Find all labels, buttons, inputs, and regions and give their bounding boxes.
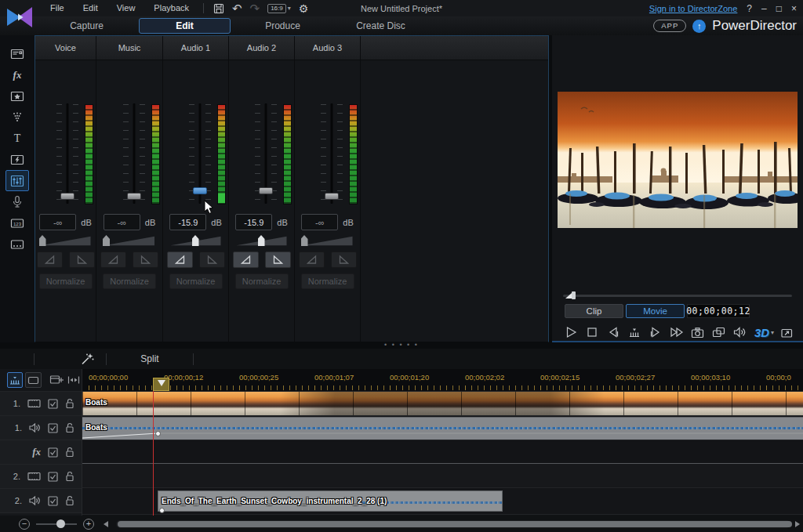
- audio2-fade-in-button[interactable]: [233, 252, 259, 268]
- music-gain-handle[interactable]: [103, 235, 110, 246]
- menu-playback[interactable]: Playback: [144, 0, 198, 16]
- timeline-scrollbar[interactable]: [116, 520, 790, 528]
- track-lock-icon[interactable]: [65, 447, 74, 458]
- track-lock-icon[interactable]: [65, 471, 74, 482]
- audio-track-1[interactable]: Boats: [82, 416, 803, 440]
- previous-frame-button[interactable]: [605, 324, 622, 341]
- audio3-db-value[interactable]: -∞: [301, 214, 338, 230]
- redo-icon[interactable]: ↷: [250, 2, 260, 16]
- audio2-gain-slider[interactable]: [237, 235, 287, 247]
- undock-preview-button[interactable]: [710, 324, 727, 341]
- undo-icon[interactable]: ↶: [232, 2, 242, 16]
- sidebar-item-audio-mixing-room[interactable]: [5, 170, 29, 191]
- music-volume-slider[interactable]: [122, 102, 146, 205]
- signin-directorzone-link[interactable]: Sign in to DirectorZone: [649, 4, 738, 13]
- seek-track[interactable]: [563, 295, 792, 297]
- minimize-button[interactable]: –: [761, 4, 767, 13]
- settings-gear-icon[interactable]: ⚙: [299, 2, 309, 16]
- upgrade-arrow-icon[interactable]: ↑: [692, 20, 706, 33]
- audio-clip-boats[interactable]: [82, 417, 803, 440]
- app-badge[interactable]: APP: [653, 20, 686, 31]
- sidebar-item-title-room[interactable]: T: [5, 128, 29, 149]
- zoom-out-button[interactable]: −: [19, 519, 30, 530]
- audio1-volume-slider[interactable]: [188, 102, 212, 205]
- music-fade-in-button[interactable]: [100, 252, 126, 268]
- voice-db-value[interactable]: -∞: [39, 214, 76, 230]
- step-seek-button[interactable]: [627, 324, 643, 341]
- timeline-view-button[interactable]: [7, 372, 23, 388]
- sidebar-item-media-room[interactable]: [5, 43, 29, 64]
- tab-edit[interactable]: Edit: [136, 16, 234, 35]
- save-icon[interactable]: [213, 2, 224, 16]
- scroll-right-arrow[interactable]: [795, 521, 800, 527]
- audio2-gain-handle[interactable]: [258, 235, 265, 246]
- music-volume-handle[interactable]: [127, 193, 141, 200]
- snapshot-button[interactable]: [689, 324, 706, 341]
- track-header-audio1[interactable]: 1.: [0, 416, 82, 440]
- audio2-fade-out-button[interactable]: [265, 252, 291, 268]
- resize-preview-button[interactable]: [779, 324, 795, 341]
- next-frame-button[interactable]: [648, 324, 664, 341]
- menu-view[interactable]: View: [107, 0, 145, 16]
- aspect-ratio-dropdown[interactable]: 16:9 ▾: [267, 2, 291, 16]
- audio1-db-value[interactable]: -15.9: [169, 214, 206, 230]
- seek-thumb[interactable]: [565, 291, 577, 300]
- audio-track-2[interactable]: Ends_Of_The_Earth_Sunset_Cowboy_instrume…: [82, 488, 803, 515]
- range-select-button[interactable]: [67, 372, 82, 388]
- track-enable-checkbox[interactable]: [48, 423, 58, 433]
- preview-seek-bar[interactable]: [563, 291, 792, 300]
- clip-mode-button[interactable]: Clip: [565, 304, 623, 318]
- tab-create-disc[interactable]: Create Disc: [332, 16, 430, 35]
- audio3-fade-out-button[interactable]: [331, 252, 357, 268]
- audio3-fade-in-button[interactable]: [299, 252, 325, 268]
- video-track-1[interactable]: Boats: [82, 392, 803, 416]
- playhead-marker[interactable]: [153, 378, 169, 391]
- audio1-gain-slider[interactable]: [171, 235, 221, 247]
- 3d-mode-button[interactable]: 3D ▾: [754, 326, 774, 339]
- sidebar-item-effect-room[interactable]: fx: [5, 64, 29, 85]
- sidebar-item-chapter-room[interactable]: 123: [5, 212, 29, 233]
- sidebar-item-pip-objects-room[interactable]: [5, 85, 29, 107]
- music-gain-slider[interactable]: [104, 235, 154, 247]
- track-header-video2[interactable]: 2.: [0, 465, 82, 489]
- menu-edit[interactable]: Edit: [74, 0, 107, 16]
- envelope-keyframe-dot[interactable]: [155, 431, 161, 436]
- zoom-slider-handle[interactable]: [56, 519, 65, 528]
- menu-file[interactable]: File: [41, 0, 74, 16]
- voice-volume-slider[interactable]: [56, 102, 79, 205]
- audio3-volume-handle[interactable]: [325, 193, 339, 200]
- split-button[interactable]: Split: [107, 353, 193, 364]
- audio2-normalize-button[interactable]: Normalize: [235, 273, 289, 289]
- audio3-normalize-button[interactable]: Normalize: [301, 273, 354, 289]
- help-button[interactable]: ?: [747, 4, 752, 13]
- video-clip-boats[interactable]: [82, 392, 803, 415]
- music-clip[interactable]: Ends_Of_The_Earth_Sunset_Cowboy_instrume…: [158, 490, 503, 512]
- stop-button[interactable]: [584, 324, 601, 341]
- audio1-normalize-button[interactable]: Normalize: [169, 273, 223, 289]
- sidebar-item-transition-room[interactable]: [5, 149, 29, 170]
- voice-normalize-button[interactable]: Normalize: [39, 273, 93, 289]
- fast-forward-button[interactable]: [668, 324, 685, 341]
- audio2-volume-handle[interactable]: [259, 187, 273, 194]
- track-header-video1[interactable]: 1.: [0, 392, 82, 416]
- voice-gain-slider[interactable]: [41, 235, 91, 247]
- track-header-audio2[interactable]: 2.: [0, 489, 82, 513]
- play-button[interactable]: [563, 324, 580, 341]
- tab-capture[interactable]: Capture: [38, 16, 136, 35]
- music-db-value[interactable]: -∞: [104, 214, 140, 230]
- scrollbar-thumb[interactable]: [118, 521, 792, 527]
- sidebar-item-voiceover-room[interactable]: [5, 191, 29, 212]
- sidebar-item-subtitle-room[interactable]: [5, 233, 29, 255]
- audio1-fade-out-button[interactable]: [199, 252, 225, 268]
- voice-fade-in-button[interactable]: [37, 252, 63, 268]
- track-lock-icon[interactable]: [65, 422, 74, 433]
- audio2-db-value[interactable]: -15.9: [235, 214, 272, 230]
- zoom-in-button[interactable]: +: [83, 519, 94, 530]
- music-normalize-button[interactable]: Normalize: [103, 273, 156, 289]
- audio2-volume-slider[interactable]: [254, 102, 278, 205]
- track-header-fx[interactable]: fx: [0, 440, 82, 465]
- sidebar-item-particle-room[interactable]: [5, 107, 29, 128]
- panel-resize-handle[interactable]: • • • • •: [0, 342, 803, 349]
- fx-track[interactable]: [82, 440, 803, 464]
- track-enable-checkbox[interactable]: [48, 496, 58, 506]
